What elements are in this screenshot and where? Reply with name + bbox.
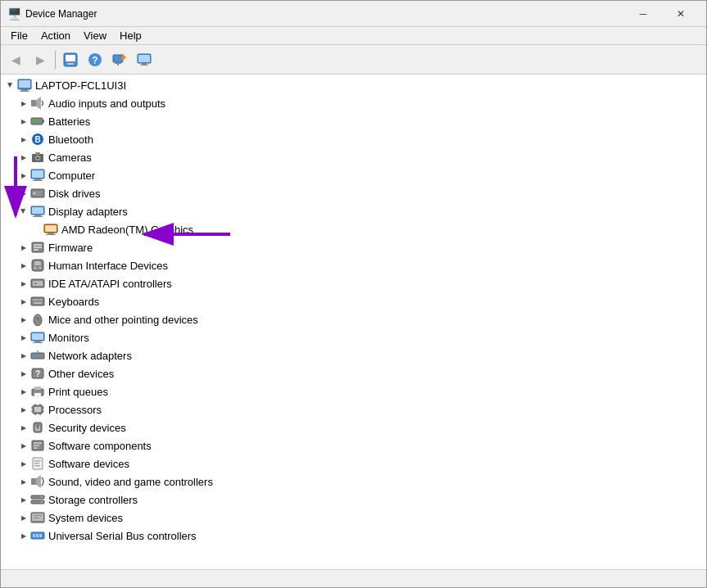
menu-file[interactable]: File (4, 28, 34, 43)
firmware-icon (30, 241, 45, 254)
menu-help[interactable]: Help (113, 28, 148, 43)
tree-item-batteries[interactable]: ▶ Batteries (1, 112, 706, 130)
content-area[interactable]: ▶ LAPTOP-FCL1UI3I ▶ Audio inputs and out… (1, 75, 706, 569)
tree-item-usb[interactable]: ▶ Universal Serial Bus controllers (1, 527, 706, 545)
tree-item-disk[interactable]: ▶ Disk drives (1, 184, 706, 202)
monitors-expand[interactable]: ▶ (17, 331, 30, 344)
minimize-button[interactable]: ─ (624, 1, 662, 27)
keyboards-expand[interactable]: ▶ (17, 295, 30, 308)
softcomp-icon (30, 439, 45, 452)
tree-item-cameras[interactable]: ▶ Cameras (1, 148, 706, 166)
svg-rect-20 (20, 91, 29, 92)
svg-rect-11 (142, 63, 147, 65)
svg-point-82 (40, 391, 42, 392)
keyboards-icon (30, 295, 45, 308)
processors-icon (30, 403, 45, 416)
softdev-expand[interactable]: ▶ (17, 457, 30, 470)
batteries-icon (30, 115, 45, 128)
ide-expand[interactable]: ▶ (17, 277, 30, 290)
security-expand[interactable]: ▶ (17, 421, 30, 434)
toolbar-btn-help[interactable]: ? (84, 48, 107, 71)
audio-expand[interactable]: ▶ (17, 97, 30, 110)
display-expand[interactable]: ▶ (17, 205, 30, 218)
cameras-expand[interactable]: ▶ (17, 151, 30, 164)
other-label: Other devices (48, 368, 114, 380)
sound-expand[interactable]: ▶ (17, 475, 30, 488)
tree-item-computer[interactable]: ▶ Computer (1, 166, 706, 184)
tree-root[interactable]: ▶ LAPTOP-FCL1UI3I (1, 76, 706, 94)
hid-expand[interactable]: ▶ (17, 259, 30, 272)
tree-item-firmware[interactable]: ▶ Firmware (1, 238, 706, 256)
tree-item-softcomp[interactable]: ▶ Software components (1, 436, 706, 455)
svg-rect-1 (66, 55, 75, 61)
tree-item-monitors[interactable]: ▶ Monitors (1, 328, 706, 346)
tree-item-hid[interactable]: ▶ Human Interface Devices (1, 256, 706, 274)
close-button[interactable]: ✕ (662, 1, 700, 27)
menu-action[interactable]: Action (34, 28, 77, 43)
cameras-label: Cameras (48, 152, 92, 164)
batteries-expand[interactable]: ▶ (17, 115, 30, 128)
system-expand[interactable]: ▶ (17, 511, 30, 524)
monitors-label: Monitors (48, 332, 89, 344)
menu-view[interactable]: View (77, 28, 113, 43)
cameras-icon (30, 151, 45, 164)
tree-item-sound[interactable]: ▶ Sound, video and game controllers (1, 473, 706, 491)
firmware-label: Firmware (48, 242, 93, 254)
svg-rect-69 (32, 333, 43, 340)
svg-point-109 (41, 496, 43, 498)
tree-item-audio[interactable]: ▶ Audio inputs and outputs (1, 94, 706, 112)
bluetooth-expand[interactable]: ▶ (17, 133, 30, 146)
tree-item-amd[interactable]: ▶ AMD Radeon(TM) Graphics (1, 220, 706, 238)
toolbar-btn-properties[interactable] (59, 48, 82, 71)
toolbar: ◀ ▶ ? (1, 45, 706, 75)
tree-item-other[interactable]: ▶ ? Other devices (1, 364, 706, 382)
svg-rect-5 (113, 55, 123, 62)
mice-expand[interactable]: ▶ (17, 313, 30, 326)
print-expand[interactable]: ▶ (17, 385, 30, 398)
disk-expand[interactable]: ▶ (17, 187, 30, 200)
title-bar-controls: ─ ✕ (624, 1, 700, 27)
svg-rect-116 (33, 534, 35, 537)
tree-item-system[interactable]: ▶ System devices (1, 509, 706, 527)
tree-item-network[interactable]: ▶ Network adapters (1, 346, 706, 364)
svg-rect-25 (33, 120, 38, 123)
security-icon (30, 421, 45, 434)
tree-item-storage[interactable]: ▶ Storage controllers (1, 491, 706, 509)
storage-expand[interactable]: ▶ (17, 493, 30, 506)
tree-item-processors[interactable]: ▶ Processors (1, 400, 706, 418)
svg-rect-58 (34, 283, 37, 284)
other-expand[interactable]: ▶ (17, 367, 30, 380)
tree-item-print[interactable]: ▶ Print queues (1, 382, 706, 400)
svg-rect-35 (33, 180, 43, 181)
svg-rect-43 (33, 216, 43, 217)
svg-rect-102 (34, 460, 41, 462)
back-button[interactable]: ◀ (4, 48, 27, 71)
tree-item-keyboards[interactable]: ▶ Keyboards (1, 292, 706, 310)
tree-item-security[interactable]: ▶ Security devices (1, 418, 706, 436)
toolbar-btn-monitor[interactable] (133, 48, 156, 71)
tree-item-ide[interactable]: ▶ IDE ATA/ATAPI controllers (1, 274, 706, 292)
tree-item-display[interactable]: ▶ Display adapters (1, 202, 706, 220)
firmware-expand[interactable]: ▶ (17, 241, 30, 254)
forward-button[interactable]: ▶ (29, 48, 52, 71)
svg-rect-113 (34, 515, 42, 516)
processors-expand[interactable]: ▶ (17, 403, 30, 416)
network-expand[interactable]: ▶ (17, 349, 30, 362)
tree-item-mice[interactable]: ▶ Mice and other pointing devices (1, 310, 706, 328)
svg-rect-74 (35, 355, 37, 357)
softcomp-expand[interactable]: ▶ (17, 439, 30, 452)
system-label: System devices (48, 512, 123, 524)
root-expand-arrow[interactable]: ▶ (4, 79, 17, 92)
processors-label: Processors (48, 404, 102, 416)
softdev-label: Software devices (48, 458, 129, 470)
computer-label: Computer (48, 170, 95, 182)
device-manager-window: 🖥️ Device Manager ─ ✕ File Action View H… (0, 0, 707, 588)
toolbar-btn-scan[interactable] (108, 48, 131, 71)
computer-expand[interactable]: ▶ (17, 169, 30, 182)
svg-rect-64 (34, 302, 42, 304)
svg-rect-12 (140, 65, 148, 66)
tree-item-bluetooth[interactable]: ▶ B Bluetooth (1, 130, 706, 148)
tree-item-softdev[interactable]: ▶ Software devices (1, 455, 706, 473)
svg-rect-96 (38, 427, 39, 429)
usb-expand[interactable]: ▶ (17, 529, 30, 542)
